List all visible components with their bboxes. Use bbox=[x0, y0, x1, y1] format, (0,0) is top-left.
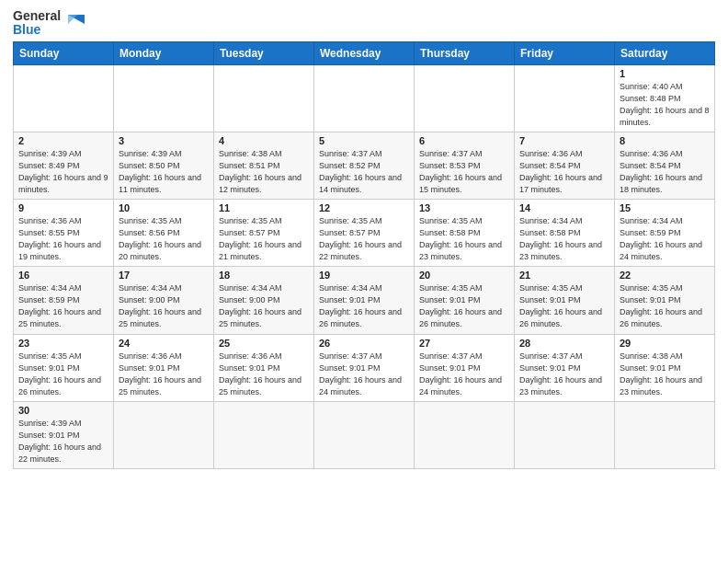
day-info: Sunrise: 4:36 AM Sunset: 8:54 PM Dayligh… bbox=[519, 148, 609, 196]
calendar-day-cell: 24Sunrise: 4:36 AM Sunset: 9:01 PM Dayli… bbox=[114, 334, 214, 401]
day-info: Sunrise: 4:34 AM Sunset: 8:59 PM Dayligh… bbox=[18, 282, 108, 330]
calendar-week-row: 1Sunrise: 4:40 AM Sunset: 8:48 PM Daylig… bbox=[14, 64, 715, 132]
logo-wordmark: General Blue bbox=[13, 9, 61, 38]
day-info: Sunrise: 4:35 AM Sunset: 9:01 PM Dayligh… bbox=[419, 282, 509, 330]
day-number: 17 bbox=[119, 270, 209, 281]
day-number: 20 bbox=[419, 270, 509, 281]
calendar-day-cell: 29Sunrise: 4:38 AM Sunset: 9:01 PM Dayli… bbox=[615, 334, 715, 401]
calendar-day-cell: 30Sunrise: 4:39 AM Sunset: 9:01 PM Dayli… bbox=[14, 401, 114, 468]
day-number: 3 bbox=[119, 135, 209, 146]
day-info: Sunrise: 4:37 AM Sunset: 9:01 PM Dayligh… bbox=[519, 350, 609, 398]
day-info: Sunrise: 4:36 AM Sunset: 8:55 PM Dayligh… bbox=[18, 215, 108, 263]
header: General Blue bbox=[13, 9, 715, 38]
calendar-day-cell: 7Sunrise: 4:36 AM Sunset: 8:54 PM Daylig… bbox=[515, 132, 615, 199]
calendar-day-cell: 6Sunrise: 4:37 AM Sunset: 8:53 PM Daylig… bbox=[415, 132, 515, 199]
calendar-day-cell: 18Sunrise: 4:34 AM Sunset: 9:00 PM Dayli… bbox=[214, 267, 314, 334]
calendar-day-cell bbox=[415, 401, 515, 468]
day-number: 19 bbox=[319, 270, 409, 281]
day-number: 7 bbox=[519, 135, 609, 146]
calendar-day-cell: 28Sunrise: 4:37 AM Sunset: 9:01 PM Dayli… bbox=[515, 334, 615, 401]
day-number: 16 bbox=[18, 270, 108, 281]
calendar-day-cell: 21Sunrise: 4:35 AM Sunset: 9:01 PM Dayli… bbox=[515, 267, 615, 334]
calendar: SundayMondayTuesdayWednesdayThursdayFrid… bbox=[13, 41, 715, 469]
logo-blue: Blue bbox=[13, 23, 61, 37]
day-info: Sunrise: 4:34 AM Sunset: 8:59 PM Dayligh… bbox=[620, 215, 710, 263]
weekday-header-tuesday: Tuesday bbox=[214, 41, 314, 64]
calendar-day-cell: 13Sunrise: 4:35 AM Sunset: 8:58 PM Dayli… bbox=[415, 200, 515, 267]
day-number: 30 bbox=[18, 405, 108, 416]
weekday-header-thursday: Thursday bbox=[415, 41, 515, 64]
calendar-day-cell: 22Sunrise: 4:35 AM Sunset: 9:01 PM Dayli… bbox=[615, 267, 715, 334]
calendar-day-cell: 8Sunrise: 4:36 AM Sunset: 8:54 PM Daylig… bbox=[615, 132, 715, 199]
logo-triangle-icon bbox=[64, 11, 85, 31]
day-number: 26 bbox=[319, 338, 409, 349]
day-number: 8 bbox=[620, 135, 710, 146]
day-info: Sunrise: 4:35 AM Sunset: 8:58 PM Dayligh… bbox=[419, 215, 509, 263]
day-info: Sunrise: 4:37 AM Sunset: 9:01 PM Dayligh… bbox=[419, 350, 509, 398]
day-number: 13 bbox=[419, 202, 509, 213]
calendar-day-cell: 19Sunrise: 4:34 AM Sunset: 9:01 PM Dayli… bbox=[314, 267, 415, 334]
calendar-week-row: 2Sunrise: 4:39 AM Sunset: 8:49 PM Daylig… bbox=[14, 132, 715, 199]
calendar-day-cell: 27Sunrise: 4:37 AM Sunset: 9:01 PM Dayli… bbox=[415, 334, 515, 401]
calendar-day-cell: 12Sunrise: 4:35 AM Sunset: 8:57 PM Dayli… bbox=[314, 200, 415, 267]
calendar-day-cell bbox=[114, 401, 214, 468]
calendar-week-row: 16Sunrise: 4:34 AM Sunset: 8:59 PM Dayli… bbox=[14, 267, 715, 334]
calendar-day-cell bbox=[214, 64, 314, 132]
logo: General Blue bbox=[13, 9, 85, 38]
svg-marker-1 bbox=[68, 15, 77, 24]
day-number: 27 bbox=[419, 338, 509, 349]
day-info: Sunrise: 4:34 AM Sunset: 9:00 PM Dayligh… bbox=[119, 282, 209, 330]
calendar-day-cell: 10Sunrise: 4:35 AM Sunset: 8:56 PM Dayli… bbox=[114, 200, 214, 267]
day-number: 6 bbox=[419, 135, 509, 146]
calendar-day-cell: 5Sunrise: 4:37 AM Sunset: 8:52 PM Daylig… bbox=[314, 132, 415, 199]
weekday-header-row: SundayMondayTuesdayWednesdayThursdayFrid… bbox=[14, 41, 715, 64]
calendar-day-cell: 1Sunrise: 4:40 AM Sunset: 8:48 PM Daylig… bbox=[615, 64, 715, 132]
day-number: 11 bbox=[219, 202, 309, 213]
day-number: 2 bbox=[18, 135, 108, 146]
day-info: Sunrise: 4:36 AM Sunset: 9:01 PM Dayligh… bbox=[219, 350, 309, 398]
day-number: 1 bbox=[620, 68, 710, 79]
weekday-header-monday: Monday bbox=[114, 41, 214, 64]
calendar-day-cell: 3Sunrise: 4:39 AM Sunset: 8:50 PM Daylig… bbox=[114, 132, 214, 199]
calendar-week-row: 23Sunrise: 4:35 AM Sunset: 9:01 PM Dayli… bbox=[14, 334, 715, 401]
calendar-day-cell: 9Sunrise: 4:36 AM Sunset: 8:55 PM Daylig… bbox=[14, 200, 114, 267]
day-number: 25 bbox=[219, 338, 309, 349]
day-number: 29 bbox=[620, 338, 710, 349]
calendar-day-cell bbox=[14, 64, 114, 132]
calendar-day-cell: 20Sunrise: 4:35 AM Sunset: 9:01 PM Dayli… bbox=[415, 267, 515, 334]
day-info: Sunrise: 4:34 AM Sunset: 8:58 PM Dayligh… bbox=[519, 215, 609, 263]
calendar-day-cell bbox=[515, 64, 615, 132]
calendar-day-cell: 17Sunrise: 4:34 AM Sunset: 9:00 PM Dayli… bbox=[114, 267, 214, 334]
day-number: 12 bbox=[319, 202, 409, 213]
day-number: 14 bbox=[519, 202, 609, 213]
day-number: 10 bbox=[119, 202, 209, 213]
day-info: Sunrise: 4:35 AM Sunset: 8:57 PM Dayligh… bbox=[319, 215, 409, 263]
day-info: Sunrise: 4:38 AM Sunset: 9:01 PM Dayligh… bbox=[620, 350, 710, 398]
calendar-day-cell bbox=[314, 64, 415, 132]
day-number: 9 bbox=[18, 202, 108, 213]
day-info: Sunrise: 4:37 AM Sunset: 8:53 PM Dayligh… bbox=[419, 148, 509, 196]
calendar-day-cell bbox=[214, 401, 314, 468]
calendar-day-cell bbox=[515, 401, 615, 468]
weekday-header-saturday: Saturday bbox=[615, 41, 715, 64]
weekday-header-friday: Friday bbox=[515, 41, 615, 64]
day-info: Sunrise: 4:39 AM Sunset: 8:50 PM Dayligh… bbox=[119, 148, 209, 196]
weekday-header-wednesday: Wednesday bbox=[314, 41, 415, 64]
calendar-day-cell: 26Sunrise: 4:37 AM Sunset: 9:01 PM Dayli… bbox=[314, 334, 415, 401]
calendar-day-cell: 15Sunrise: 4:34 AM Sunset: 8:59 PM Dayli… bbox=[615, 200, 715, 267]
day-number: 5 bbox=[319, 135, 409, 146]
day-info: Sunrise: 4:34 AM Sunset: 9:01 PM Dayligh… bbox=[319, 282, 409, 330]
calendar-day-cell: 2Sunrise: 4:39 AM Sunset: 8:49 PM Daylig… bbox=[14, 132, 114, 199]
calendar-day-cell: 16Sunrise: 4:34 AM Sunset: 8:59 PM Dayli… bbox=[14, 267, 114, 334]
weekday-header-sunday: Sunday bbox=[14, 41, 114, 64]
calendar-day-cell: 14Sunrise: 4:34 AM Sunset: 8:58 PM Dayli… bbox=[515, 200, 615, 267]
day-info: Sunrise: 4:34 AM Sunset: 9:00 PM Dayligh… bbox=[219, 282, 309, 330]
day-info: Sunrise: 4:39 AM Sunset: 8:49 PM Dayligh… bbox=[18, 148, 108, 196]
calendar-day-cell bbox=[114, 64, 214, 132]
calendar-day-cell: 4Sunrise: 4:38 AM Sunset: 8:51 PM Daylig… bbox=[214, 132, 314, 199]
day-number: 4 bbox=[219, 135, 309, 146]
day-info: Sunrise: 4:36 AM Sunset: 8:54 PM Dayligh… bbox=[620, 148, 710, 196]
calendar-day-cell: 23Sunrise: 4:35 AM Sunset: 9:01 PM Dayli… bbox=[14, 334, 114, 401]
calendar-day-cell bbox=[615, 401, 715, 468]
day-info: Sunrise: 4:35 AM Sunset: 8:56 PM Dayligh… bbox=[119, 215, 209, 263]
